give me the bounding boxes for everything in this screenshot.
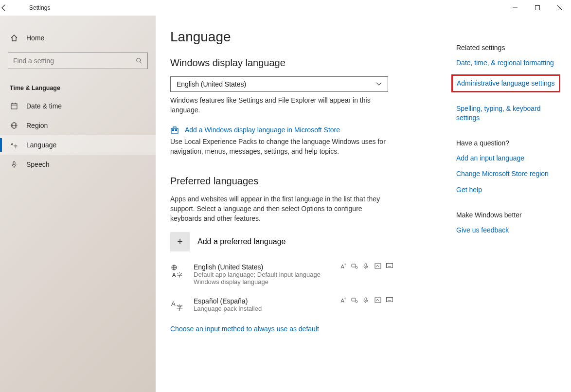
link-date-time-regional[interactable]: Date, time, & regional formatting: [456, 58, 559, 68]
home-label: Home: [26, 34, 44, 42]
language-sub1: Default app language; Default input lang…: [194, 271, 332, 278]
close-button[interactable]: [549, 0, 571, 16]
svg-text:字: 字: [177, 304, 183, 311]
svg-text:字: 字: [177, 272, 182, 278]
search-input[interactable]: [13, 57, 136, 65]
add-preferred-label: Add a preferred language: [197, 237, 286, 246]
language-item-english[interactable]: A字 English (United States) Default app l…: [170, 263, 394, 285]
globe-icon: [10, 122, 18, 129]
sidebar-item-label: Language: [26, 141, 56, 149]
home-icon: [10, 34, 18, 42]
svg-rect-37: [365, 298, 367, 301]
handwriting-badge-icon: [375, 263, 382, 269]
link-spelling-typing[interactable]: Spelling, typing, & keyboard settings: [456, 104, 559, 123]
language-sub2: Windows display language: [194, 278, 332, 285]
language-name: English (United States): [194, 263, 332, 271]
link-change-store-region[interactable]: Change Microsoft Store region: [456, 169, 559, 178]
add-display-desc: Use Local Experience Packs to change the…: [170, 137, 394, 156]
svg-text:A: A: [171, 300, 176, 307]
svg-rect-17: [172, 129, 174, 131]
svg-text:A: A: [172, 272, 176, 278]
page-title: Language: [170, 29, 430, 45]
preferred-languages-heading: Preferred languages: [170, 176, 430, 187]
maximize-button[interactable]: [526, 0, 549, 16]
sidebar: Home Time & Language Date & time Region …: [0, 16, 156, 392]
link-give-feedback[interactable]: Give us feedback: [456, 226, 559, 235]
language-feature-badges: A?: [339, 263, 394, 269]
sidebar-item-datetime[interactable]: Date & time: [0, 96, 156, 116]
svg-rect-18: [175, 129, 177, 131]
tts-badge-icon: [351, 297, 359, 303]
svg-rect-35: [352, 298, 356, 301]
calendar-icon: [10, 102, 18, 110]
preferred-languages-desc: Apps and websites will appear in the fir…: [170, 195, 394, 223]
sidebar-item-language[interactable]: A字 Language: [0, 135, 156, 155]
language-sub1: Language pack installed: [194, 305, 332, 312]
display-language-dropdown[interactable]: English (United States): [170, 76, 388, 92]
sidebar-item-speech[interactable]: Speech: [0, 155, 156, 174]
sidebar-item-label: Date & time: [26, 102, 62, 110]
display-language-desc: Windows features like Settings and File …: [170, 96, 394, 115]
have-question-heading: Have a question?: [456, 139, 559, 147]
add-display-language-link[interactable]: Add a Windows display language in Micros…: [170, 125, 430, 134]
language-glyph-icon: A字: [170, 297, 186, 312]
search-box[interactable]: [8, 53, 148, 69]
titlebar: Settings: [0, 0, 571, 16]
sidebar-section: Time & Language: [0, 76, 156, 96]
sidebar-item-label: Speech: [26, 160, 49, 168]
plus-icon: +: [170, 232, 190, 251]
speech-badge-icon: [363, 297, 371, 303]
svg-rect-24: [352, 264, 356, 267]
keyboard-badge-icon: [386, 263, 394, 269]
svg-rect-28: [387, 264, 393, 268]
language-item-spanish[interactable]: A字 Español (España) Language pack instal…: [170, 297, 394, 312]
sidebar-item-region[interactable]: Region: [0, 116, 156, 135]
keyboard-badge-icon: [386, 297, 394, 303]
link-administrative-language[interactable]: Administrative language settings: [451, 74, 560, 92]
link-add-input-language[interactable]: Add an input language: [456, 154, 559, 163]
back-button[interactable]: [0, 4, 23, 12]
microphone-icon: [10, 160, 18, 168]
svg-point-4: [137, 58, 141, 62]
display-badge-icon: A?: [339, 297, 347, 303]
svg-rect-39: [387, 298, 393, 302]
sidebar-item-label: Region: [26, 122, 48, 129]
svg-rect-6: [11, 104, 17, 109]
add-preferred-language-button[interactable]: + Add a preferred language: [170, 232, 430, 251]
dropdown-value: English (United States): [177, 80, 246, 88]
display-language-heading: Windows display language: [170, 57, 430, 69]
svg-rect-1: [535, 6, 540, 10]
display-badge-icon: A?: [339, 263, 347, 269]
svg-point-25: [356, 267, 357, 268]
make-windows-better-heading: Make Windows better: [456, 211, 559, 219]
store-icon: [170, 125, 179, 134]
svg-rect-26: [365, 264, 367, 267]
choose-input-method-link[interactable]: Choose an input method to always use as …: [170, 325, 430, 333]
right-column: Related settings Date, time, & regional …: [445, 44, 571, 242]
svg-line-5: [140, 62, 142, 64]
main-content: Language Windows display language Englis…: [156, 16, 445, 392]
language-icon: A字: [10, 141, 18, 149]
link-text: Add a Windows display language in Micros…: [185, 126, 340, 134]
home-nav[interactable]: Home: [0, 27, 156, 49]
related-settings-heading: Related settings: [456, 44, 559, 52]
handwriting-badge-icon: [375, 297, 382, 303]
window-title: Settings: [29, 4, 50, 11]
tts-badge-icon: [351, 263, 359, 269]
svg-text:字: 字: [14, 144, 18, 149]
speech-badge-icon: [363, 263, 371, 269]
svg-rect-15: [13, 161, 15, 165]
minimize-button[interactable]: [504, 0, 526, 16]
language-feature-badges: A?: [339, 297, 394, 303]
svg-point-36: [356, 301, 357, 303]
link-get-help[interactable]: Get help: [456, 185, 559, 195]
language-name: Español (España): [194, 297, 332, 305]
language-glyph-icon: A字: [170, 263, 186, 278]
window-controls: [504, 0, 571, 16]
search-icon: [136, 57, 143, 64]
chevron-down-icon: [376, 82, 382, 86]
